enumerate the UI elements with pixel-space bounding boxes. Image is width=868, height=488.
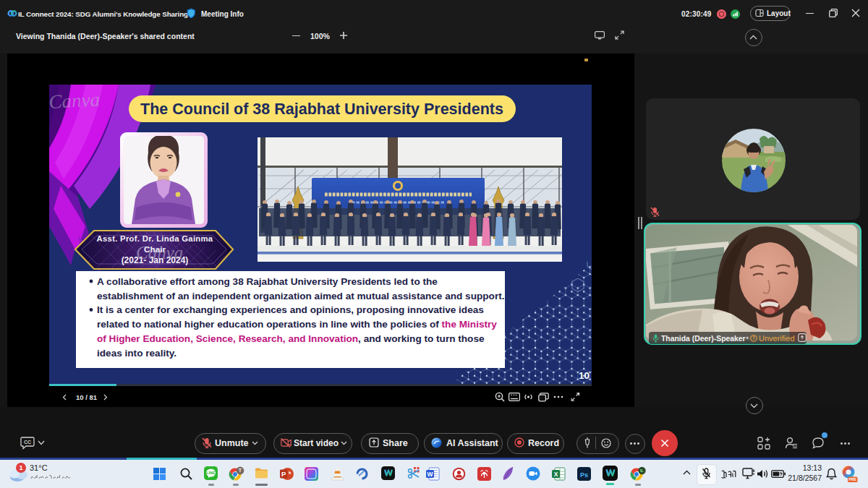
svg-text:IL: IL xyxy=(640,468,644,473)
svg-text:10: 10 xyxy=(579,370,590,381)
svg-text:Canva: Canva xyxy=(136,243,183,262)
svg-text:LINE: LINE xyxy=(206,471,216,475)
svg-text:ideas into reality.: ideas into reality. xyxy=(97,348,176,359)
svg-text:P: P xyxy=(281,470,286,478)
svg-text:PRE: PRE xyxy=(848,477,856,481)
svg-text:The Council of 38 Rajabhat Uni: The Council of 38 Rajabhat University Pr… xyxy=(140,100,503,118)
svg-text:Ps: Ps xyxy=(580,471,588,479)
svg-text:1: 1 xyxy=(19,464,22,471)
svg-text:T: T xyxy=(239,468,242,473)
svg-text:of Higher Education, Science,: of Higher Education, Science, Research, … xyxy=(97,333,485,344)
svg-text:related to national higher edu: related to national higher education ope… xyxy=(97,319,497,330)
svg-text:A collaborative effort among 3: A collaborative effort among 38 Rajabhat… xyxy=(97,276,438,287)
svg-text:Canva: Canva xyxy=(49,88,101,113)
svg-text:W: W xyxy=(427,471,433,478)
svg-text:It is a center for exchanging: It is a center for exchanging experience… xyxy=(97,304,484,315)
svg-text:X: X xyxy=(554,471,558,478)
svg-text:?: ? xyxy=(752,335,755,341)
svg-text:CC: CC xyxy=(24,440,31,445)
svg-text:Asst. Prof. Dr. Linda Gainma: Asst. Prof. Dr. Linda Gainma xyxy=(97,234,213,243)
svg-text:establishment of an independen: establishment of an independent organiza… xyxy=(97,291,504,301)
